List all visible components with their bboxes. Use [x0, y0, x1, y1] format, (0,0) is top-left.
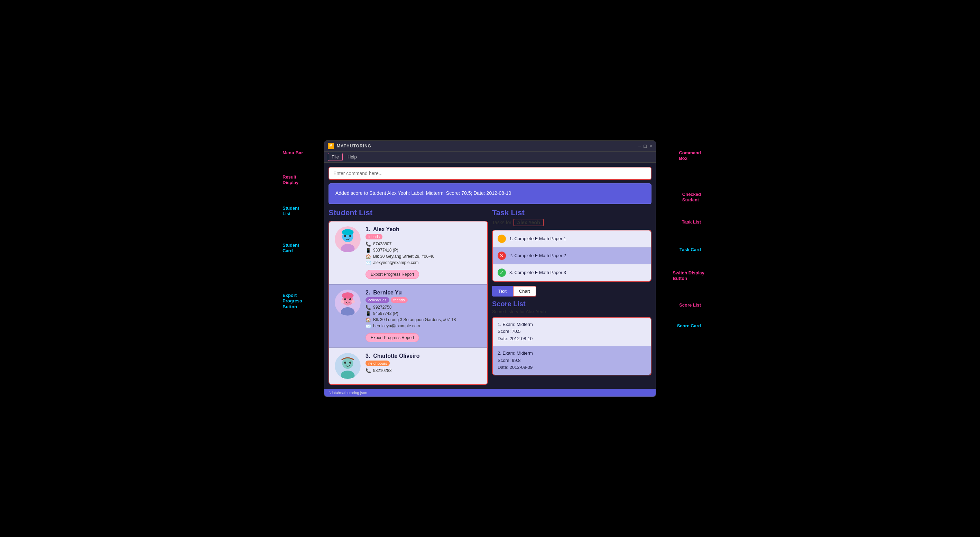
task-card[interactable]: − 1. Complete E Math Paper 1 [493, 230, 651, 247]
phone1-row: 📞 99272758 [366, 305, 482, 310]
score-for-label: Score history for Alex Yeoh [492, 309, 651, 314]
email: berniceyu@example.com [373, 323, 420, 328]
result-display: Added score to Student Alex Yeoh: Label:… [329, 183, 651, 204]
menu-bar: File Help [325, 151, 655, 163]
avatar [335, 353, 361, 379]
phone2: 93377418 (P) [373, 248, 398, 253]
score-text: 2. Exam: Midterm Score: 99.8 Date: 2012-… [498, 350, 646, 371]
tag: neighbours [366, 360, 390, 366]
annotation-checked-student: CheckedStudent [682, 192, 701, 204]
tag-row: colleagues friends [366, 297, 482, 303]
phone1-row: 📞 93210283 [366, 368, 482, 373]
annotation-task-list: Task List [682, 219, 701, 225]
phone-icon: 📞 [366, 305, 371, 310]
student-card[interactable]: 3. Charlotte Oliveiro neighbours 📞 93210… [329, 348, 487, 384]
tasks-for-label: Tasks for Alex Yeoh [492, 219, 651, 226]
phone1: 93210283 [373, 368, 391, 373]
phone-icon: 📞 [366, 368, 371, 373]
app-title: MATHUTORING [337, 143, 638, 148]
status-bar-text: .\data\mathutoring.json [329, 390, 367, 395]
switch-text-button[interactable]: Text [492, 286, 513, 296]
main-content: Added score to Student Alex Yeoh: Label:… [325, 163, 655, 389]
window-controls[interactable]: − □ × [638, 143, 652, 149]
app-icon: M [328, 143, 334, 149]
tag: colleagues [366, 297, 389, 303]
svg-point-5 [342, 229, 354, 235]
email: alexyeoh@example.com [373, 260, 419, 265]
svg-point-4 [349, 235, 352, 237]
email-icon: ✉️ [366, 260, 371, 265]
annotation-score-card: Score Card [677, 323, 701, 329]
task-text: 3. Complete E Math Paper 3 [509, 270, 566, 275]
student-card-header: 1. Alex Yeoh friends 📞 87438807 [335, 226, 482, 279]
annotation-score-list: Score List [679, 303, 701, 308]
student-card[interactable]: 1. Alex Yeoh friends 📞 87438807 [329, 221, 487, 284]
phone2-row: 📱 93377418 (P) [366, 248, 482, 253]
phone1: 87438807 [373, 242, 391, 246]
annotation-command-box: CommandBox [679, 150, 701, 162]
svg-point-3 [344, 235, 346, 237]
switch-chart-button[interactable]: Chart [513, 286, 536, 296]
task-text: 2. Complete E Math Paper 2 [509, 253, 566, 258]
avatar [335, 226, 361, 252]
student-card[interactable]: 2. Bernice Yu colleagues friends 📞 [329, 285, 487, 347]
task-list-container: − 1. Complete E Math Paper 1 ✕ 2. Comple… [492, 230, 651, 282]
task-status-pending-icon: − [498, 234, 506, 243]
svg-point-13 [352, 300, 355, 303]
phone2: 94597742 (P) [373, 311, 398, 316]
student-name: 2. Bernice Yu [366, 290, 482, 296]
command-box[interactable] [329, 167, 651, 180]
svg-point-18 [349, 362, 352, 364]
export-progress-button[interactable]: Export Progress Report [366, 333, 419, 342]
app-window: M MATHUTORING − □ × File Help Added scor… [324, 140, 656, 397]
task-text: 1. Complete E Math Paper 1 [509, 236, 566, 241]
annotation-student-list: StudentList [283, 206, 299, 217]
annotation-student-card: StudentCard [283, 242, 299, 254]
minimize-button[interactable]: − [638, 143, 641, 149]
score-text: 1. Exam: Midterm Score: 70.5 Date: 2012-… [498, 321, 646, 343]
checked-student-name: Alex Yeoh [514, 219, 544, 226]
annotation-menu-bar: Menu Bar [283, 150, 303, 156]
address-row: 🏠 Blk 30 Lorong 3 Serangoon Gardens, #07… [366, 317, 482, 322]
menu-item-file[interactable]: File [328, 153, 343, 161]
student-card-header: 2. Bernice Yu colleagues friends 📞 [335, 290, 482, 342]
score-card[interactable]: 2. Exam: Midterm Score: 99.8 Date: 2012-… [493, 346, 651, 375]
close-button[interactable]: × [649, 143, 652, 149]
task-card[interactable]: ✓ 3. Complete E Math Paper 3 [493, 265, 651, 281]
student-name: 1. Alex Yeoh [366, 226, 482, 233]
student-info: 3. Charlotte Oliveiro neighbours 📞 93210… [366, 353, 482, 374]
svg-point-10 [349, 298, 352, 300]
student-list-container: 1. Alex Yeoh friends 📞 87438807 [329, 221, 488, 385]
address-row: 🏠 Blk 30 Geylang Street 29, #06-40 [366, 254, 482, 259]
task-card[interactable]: ✕ 2. Complete E Math Paper 2 [493, 247, 651, 265]
tag-row: friends [366, 234, 482, 239]
score-card[interactable]: 1. Exam: Midterm Score: 70.5 Date: 2012-… [493, 318, 651, 346]
columns: Student List [329, 208, 651, 385]
phone-icon: 📞 [366, 242, 371, 247]
email-row: ✉️ berniceyu@example.com [366, 323, 482, 329]
student-list-title: Student List [329, 208, 488, 217]
address: Blk 30 Lorong 3 Serangoon Gardens, #07-1… [373, 317, 456, 322]
phone1-row: 📞 87438807 [366, 242, 482, 247]
annotation-task-card: Task Card [679, 247, 701, 253]
svg-point-15 [342, 358, 353, 369]
student-card-header: 3. Charlotte Oliveiro neighbours 📞 93210… [335, 353, 482, 379]
command-input[interactable] [333, 171, 647, 176]
student-list-section: Student List [329, 208, 488, 385]
maximize-button[interactable]: □ [644, 143, 646, 149]
task-status-done-icon: ✓ [498, 269, 506, 277]
task-list-title: Task List [492, 208, 651, 217]
status-bar: .\data\mathutoring.json [325, 389, 655, 397]
address-icon: 🏠 [366, 317, 371, 322]
tag-row: neighbours [366, 360, 482, 366]
student-name: 3. Charlotte Oliveiro [366, 353, 482, 359]
result-text: Added score to Student Alex Yeoh: Label:… [336, 190, 644, 197]
student-info: 1. Alex Yeoh friends 📞 87438807 [366, 226, 482, 279]
phone-icon2: 📱 [366, 248, 371, 253]
menu-item-help[interactable]: Help [344, 153, 360, 161]
svg-point-17 [344, 362, 346, 364]
export-progress-button[interactable]: Export Progress Report [366, 270, 419, 279]
switch-display-row: Text Chart [492, 286, 651, 296]
title-bar: M MATHUTORING − □ × [325, 141, 655, 151]
address-icon: 🏠 [366, 254, 371, 259]
